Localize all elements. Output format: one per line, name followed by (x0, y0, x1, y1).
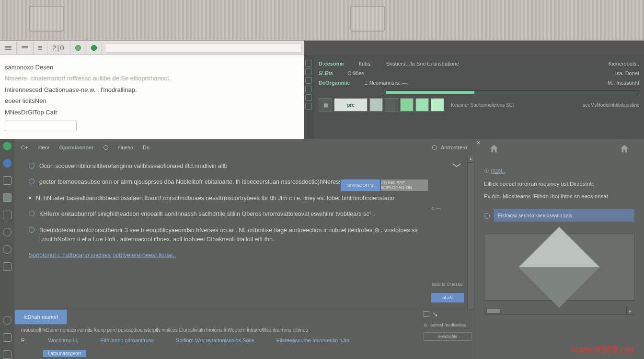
ide-row-value: Kieneroouls . (609, 61, 639, 67)
gutter-marker[interactable] (305, 77, 312, 84)
main-dark-area: C+ nteor Gjurmiosnoer niueso Du Anrrostr… (0, 139, 644, 359)
rail-tool-icon[interactable] (3, 316, 12, 325)
gutter-marker[interactable] (305, 86, 312, 92)
ide-row-value: Itubs. (359, 61, 372, 67)
ide-cell[interactable]: ▦ (319, 98, 332, 112)
ide-cell[interactable] (400, 98, 414, 112)
ide-row-value: Ξ Ncomannsrs::—. (364, 80, 408, 86)
watermark: www.9969.net (571, 344, 634, 355)
ide-timeline[interactable] (386, 90, 639, 94)
ide-row-value: C:98es (347, 70, 364, 76)
notepad-input[interactable] (5, 121, 77, 131)
ide-tail-text: seeMsNoobilnhtibilaiostinc (583, 102, 639, 108)
rail-globe-icon[interactable] (3, 159, 12, 168)
crumb-item[interactable]: Gjurmiosnoer (59, 145, 93, 150)
chevron-down-icon[interactable] (452, 162, 461, 168)
light-toolbar: 2|0 (0, 41, 304, 55)
ide-cell[interactable] (385, 98, 398, 112)
footer-col[interactable]: Eilsteeasoume Insorsenlin bJm (276, 337, 349, 343)
rail-tool-icon[interactable] (3, 193, 12, 202)
right-panel-text: Eillick ooeecl rurerran roesiney ust.Dir… (484, 181, 634, 187)
gutter-marker[interactable] (305, 68, 312, 75)
gutter-marker[interactable] (305, 103, 312, 110)
side-mini-label: c. —. (431, 205, 464, 212)
paragraph-link[interactable]: Sonotonul r. rudtocano snclses oobtveier… (29, 251, 176, 260)
rail-tool-icon[interactable] (3, 245, 12, 254)
ide-panel: D:cesomir Itubs. Snsuers…la Sno Ensrisha… (304, 55, 644, 139)
rail-tool-icon[interactable] (3, 350, 12, 359)
tool-strip: ↘ ⊙ounecf reedtiardas eesctiofils (424, 310, 472, 341)
close-icon[interactable]: ✕ (474, 139, 482, 146)
toolbar-number-display: 2|0 (47, 41, 70, 55)
ide-cell[interactable] (431, 98, 444, 112)
ide-row-label: D:cesomir (319, 61, 345, 67)
footer-col[interactable]: Solflom VAs reoattonissolbs Solle (176, 337, 254, 343)
vertical-scrollbar[interactable]: ▴ (467, 156, 474, 309)
home-icon[interactable] (489, 144, 499, 156)
bullet-icon (29, 163, 34, 168)
paragraph: KHferrx enitaobunrolf sinighitheadson vn… (39, 210, 375, 219)
secondary-action-button[interactable]: Al'LINK SEE IIOPLODAD.ON (380, 179, 428, 191)
notepad-line: MNesDrGlTop Cafr (5, 107, 299, 118)
top-banner (0, 0, 644, 41)
home-icon[interactable] (619, 144, 630, 156)
crumb-item[interactable]: nteor (37, 145, 49, 150)
crumb-dot-icon (104, 145, 108, 150)
footer-col[interactable]: Wochitmo Ill, (48, 337, 78, 343)
toolbar-grip-icon[interactable] (34, 41, 47, 55)
side-mini-label: Iooal ⊙ Cr tesaS (431, 281, 464, 288)
maximize-icon[interactable] (424, 311, 429, 317)
gutter-marker[interactable] (305, 60, 312, 67)
ide-cell[interactable] (369, 98, 383, 112)
footer-section: IcDhah raunorl roouatrell IvDuinn nonuep… (14, 309, 474, 359)
notepad-line: Intirennesced Gactionuase-ne.w. . l'lnod… (5, 84, 299, 95)
side-action-button[interactable]: oLaN (431, 292, 464, 303)
ide-tail-text: Keannor Sucl:annelerons SE! (451, 102, 514, 108)
toolbar-menu-icon[interactable] (0, 41, 17, 55)
ide-cell-label[interactable]: prc (334, 98, 368, 112)
status-dot-2 (86, 41, 102, 55)
ide-gutter (304, 55, 314, 139)
crumb-item[interactable]: Du (143, 145, 150, 150)
footer-description: roouatrell IvDuinn nonuep iral nits Ioun… (14, 325, 474, 336)
toolbar-list-icon[interactable] (17, 41, 34, 55)
footer-action-button[interactable]: Latounascgeorr (43, 350, 86, 357)
rail-tool-icon[interactable] (3, 228, 12, 236)
ide-row-label: S'.Ets (319, 70, 333, 76)
status-dot-1 (70, 41, 86, 55)
answer-input[interactable]: Elsfraqsil seuhso kveiooseatio jrals (494, 209, 634, 222)
bullet-icon (29, 179, 34, 184)
rail-tool-icon[interactable] (3, 176, 12, 185)
ide-row-value: Isa. Donet (615, 70, 639, 76)
footer-col: E: (21, 337, 26, 343)
rail-status-icon[interactable] (3, 142, 12, 150)
right-panel: ✕ ☉ IIGN.. Eillick ooeecl rurerran roesi… (474, 139, 644, 359)
rail-tool-icon[interactable] (3, 211, 12, 219)
crumb-item[interactable]: niueso (118, 145, 133, 150)
rail-tool-icon[interactable] (3, 333, 12, 342)
notepad-line: samonoxo Desen (5, 62, 299, 73)
toolstrip-label: ounecf reedtiardas (430, 323, 466, 327)
breadcrumb-bar: C+ nteor Gjurmiosnoer niueso Du Anrrostr… (14, 139, 474, 156)
bullet-icon (29, 197, 31, 199)
footer-col[interactable]: Eithllnnho cdroanttruss (100, 337, 154, 343)
crumb-item[interactable]: C+ (21, 145, 28, 150)
ide-cell[interactable] (415, 98, 429, 112)
notepad-pane: samonoxo Desen Nmeere. cinaterrarior! nr… (0, 55, 304, 139)
bullet-icon (484, 213, 490, 219)
footer-tab-active[interactable]: IcDhah raunorl (14, 309, 67, 325)
rail-tool-icon[interactable] (3, 262, 12, 271)
notepad-line: eoeer liditsNen (5, 95, 299, 106)
ide-row-label: DeOrganmic (319, 80, 350, 86)
toolstrip-button[interactable]: eesctiofils (424, 332, 472, 341)
paragraph: Ocon scouvernibliorsiltiterefangilno val… (39, 162, 228, 171)
crumb-status: Anrrostrero (441, 145, 467, 150)
primary-action-button[interactable]: SI'NISDOIT'S (340, 179, 380, 191)
horizontal-scrollbar[interactable]: ▸ (484, 307, 634, 315)
right-panel-title[interactable]: IIGN.. (491, 168, 505, 174)
bullet-icon (29, 227, 34, 233)
bullet-icon (29, 211, 34, 216)
address-input[interactable] (105, 43, 301, 53)
paragraph: Boeutdoteran oanlozorscthenrir 3 see tr … (39, 226, 419, 245)
gutter-marker[interactable] (305, 94, 312, 101)
